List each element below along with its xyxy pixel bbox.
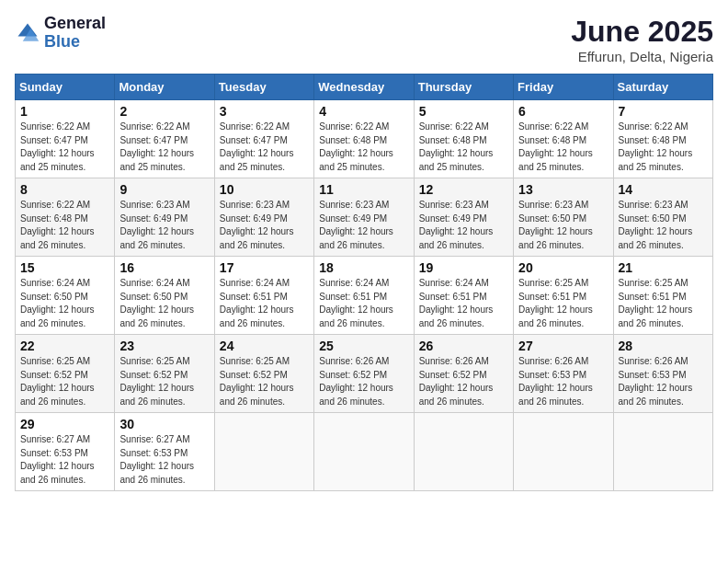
logo: General Blue xyxy=(15,15,106,52)
day-number: 23 xyxy=(119,339,209,353)
day-info: Sunrise: 6:24 AMSunset: 6:51 PMDaylight:… xyxy=(419,277,508,330)
calendar-header-saturday: Saturday xyxy=(613,75,712,100)
day-info: Sunrise: 6:25 AMSunset: 6:51 PMDaylight:… xyxy=(518,277,608,330)
calendar: SundayMondayTuesdayWednesdayThursdayFrid… xyxy=(15,74,713,491)
calendar-header-sunday: Sunday xyxy=(16,75,115,100)
day-info: Sunrise: 6:22 AMSunset: 6:47 PMDaylight:… xyxy=(220,121,309,174)
day-info: Sunrise: 6:26 AMSunset: 6:53 PMDaylight:… xyxy=(619,355,708,408)
calendar-cell: 29Sunrise: 6:27 AMSunset: 6:53 PMDayligh… xyxy=(16,413,115,491)
day-info: Sunrise: 6:25 AMSunset: 6:52 PMDaylight:… xyxy=(20,355,109,408)
day-number: 16 xyxy=(119,260,209,275)
day-info: Sunrise: 6:27 AMSunset: 6:53 PMDaylight:… xyxy=(119,433,209,487)
day-number: 15 xyxy=(20,260,109,275)
calendar-cell: 20Sunrise: 6:25 AMSunset: 6:51 PMDayligh… xyxy=(514,257,613,335)
calendar-week-row: 29Sunrise: 6:27 AMSunset: 6:53 PMDayligh… xyxy=(16,413,713,491)
day-info: Sunrise: 6:24 AMSunset: 6:51 PMDaylight:… xyxy=(319,277,408,330)
calendar-cell: 23Sunrise: 6:25 AMSunset: 6:52 PMDayligh… xyxy=(115,335,214,413)
calendar-cell: 14Sunrise: 6:23 AMSunset: 6:50 PMDayligh… xyxy=(613,178,712,257)
calendar-cell xyxy=(314,413,414,491)
calendar-cell xyxy=(414,413,513,491)
calendar-cell xyxy=(214,413,313,491)
day-number: 18 xyxy=(319,260,408,275)
calendar-cell: 10Sunrise: 6:23 AMSunset: 6:49 PMDayligh… xyxy=(214,178,313,257)
day-number: 29 xyxy=(20,417,109,431)
calendar-week-row: 15Sunrise: 6:24 AMSunset: 6:50 PMDayligh… xyxy=(16,257,713,335)
day-info: Sunrise: 6:27 AMSunset: 6:53 PMDaylight:… xyxy=(20,433,109,487)
calendar-cell: 2Sunrise: 6:22 AMSunset: 6:47 PMDaylight… xyxy=(115,100,214,178)
calendar-cell: 11Sunrise: 6:23 AMSunset: 6:49 PMDayligh… xyxy=(314,178,414,257)
day-number: 9 xyxy=(119,182,209,197)
day-info: Sunrise: 6:22 AMSunset: 6:48 PMDaylight:… xyxy=(20,199,109,252)
calendar-cell: 22Sunrise: 6:25 AMSunset: 6:52 PMDayligh… xyxy=(16,335,115,413)
calendar-cell: 19Sunrise: 6:24 AMSunset: 6:51 PMDayligh… xyxy=(414,257,513,335)
calendar-cell: 3Sunrise: 6:22 AMSunset: 6:47 PMDaylight… xyxy=(214,100,313,178)
day-info: Sunrise: 6:24 AMSunset: 6:51 PMDaylight:… xyxy=(220,277,309,330)
day-info: Sunrise: 6:22 AMSunset: 6:48 PMDaylight:… xyxy=(419,121,508,174)
calendar-header-monday: Monday xyxy=(115,75,214,100)
calendar-header-wednesday: Wednesday xyxy=(314,75,414,100)
calendar-week-row: 1Sunrise: 6:22 AMSunset: 6:47 PMDaylight… xyxy=(16,100,713,178)
day-number: 27 xyxy=(518,339,608,353)
day-info: Sunrise: 6:26 AMSunset: 6:52 PMDaylight:… xyxy=(319,355,408,408)
calendar-cell: 17Sunrise: 6:24 AMSunset: 6:51 PMDayligh… xyxy=(214,257,313,335)
calendar-cell: 7Sunrise: 6:22 AMSunset: 6:48 PMDaylight… xyxy=(613,100,712,178)
day-info: Sunrise: 6:25 AMSunset: 6:52 PMDaylight:… xyxy=(119,355,209,408)
day-number: 12 xyxy=(419,182,508,197)
calendar-header-friday: Friday xyxy=(514,75,613,100)
day-info: Sunrise: 6:24 AMSunset: 6:50 PMDaylight:… xyxy=(20,277,109,330)
day-info: Sunrise: 6:23 AMSunset: 6:49 PMDaylight:… xyxy=(419,199,508,252)
day-number: 28 xyxy=(619,339,708,353)
logo-blue-text: Blue xyxy=(44,33,106,52)
calendar-cell: 24Sunrise: 6:25 AMSunset: 6:52 PMDayligh… xyxy=(214,335,313,413)
day-number: 20 xyxy=(518,260,608,275)
calendar-cell: 27Sunrise: 6:26 AMSunset: 6:53 PMDayligh… xyxy=(514,335,613,413)
day-number: 7 xyxy=(619,104,708,119)
day-info: Sunrise: 6:23 AMSunset: 6:49 PMDaylight:… xyxy=(220,199,309,252)
title-area: June 2025 Effurun, Delta, Nigeria xyxy=(571,15,713,64)
day-info: Sunrise: 6:24 AMSunset: 6:50 PMDaylight:… xyxy=(119,277,209,330)
day-number: 13 xyxy=(518,182,608,197)
calendar-cell: 30Sunrise: 6:27 AMSunset: 6:53 PMDayligh… xyxy=(115,413,214,491)
day-info: Sunrise: 6:23 AMSunset: 6:49 PMDaylight:… xyxy=(319,199,408,252)
logo-general-text: General xyxy=(44,15,106,33)
day-info: Sunrise: 6:22 AMSunset: 6:48 PMDaylight:… xyxy=(518,121,608,174)
calendar-cell: 26Sunrise: 6:26 AMSunset: 6:52 PMDayligh… xyxy=(414,335,513,413)
calendar-week-row: 22Sunrise: 6:25 AMSunset: 6:52 PMDayligh… xyxy=(16,335,713,413)
location-title: Effurun, Delta, Nigeria xyxy=(571,49,713,64)
calendar-cell: 9Sunrise: 6:23 AMSunset: 6:49 PMDaylight… xyxy=(115,178,214,257)
calendar-cell: 15Sunrise: 6:24 AMSunset: 6:50 PMDayligh… xyxy=(16,257,115,335)
calendar-cell: 28Sunrise: 6:26 AMSunset: 6:53 PMDayligh… xyxy=(613,335,712,413)
calendar-cell: 8Sunrise: 6:22 AMSunset: 6:48 PMDaylight… xyxy=(16,178,115,257)
calendar-header-thursday: Thursday xyxy=(414,75,513,100)
day-number: 1 xyxy=(20,104,109,119)
calendar-header-row: SundayMondayTuesdayWednesdayThursdayFrid… xyxy=(16,75,713,100)
header: General Blue June 2025 Effurun, Delta, N… xyxy=(15,15,713,64)
calendar-cell: 18Sunrise: 6:24 AMSunset: 6:51 PMDayligh… xyxy=(314,257,414,335)
day-number: 30 xyxy=(119,417,209,431)
day-number: 10 xyxy=(220,182,309,197)
calendar-header-tuesday: Tuesday xyxy=(214,75,313,100)
day-info: Sunrise: 6:25 AMSunset: 6:52 PMDaylight:… xyxy=(220,355,309,408)
calendar-cell: 4Sunrise: 6:22 AMSunset: 6:48 PMDaylight… xyxy=(314,100,414,178)
calendar-cell: 12Sunrise: 6:23 AMSunset: 6:49 PMDayligh… xyxy=(414,178,513,257)
day-number: 22 xyxy=(20,339,109,353)
calendar-cell: 6Sunrise: 6:22 AMSunset: 6:48 PMDaylight… xyxy=(514,100,613,178)
day-number: 11 xyxy=(319,182,408,197)
day-info: Sunrise: 6:23 AMSunset: 6:50 PMDaylight:… xyxy=(518,199,608,252)
day-info: Sunrise: 6:22 AMSunset: 6:48 PMDaylight:… xyxy=(319,121,408,174)
logo-text: General Blue xyxy=(44,15,106,52)
day-info: Sunrise: 6:26 AMSunset: 6:53 PMDaylight:… xyxy=(518,355,608,408)
calendar-cell xyxy=(514,413,613,491)
day-number: 19 xyxy=(419,260,508,275)
day-info: Sunrise: 6:22 AMSunset: 6:48 PMDaylight:… xyxy=(619,121,708,174)
day-info: Sunrise: 6:23 AMSunset: 6:50 PMDaylight:… xyxy=(619,199,708,252)
calendar-cell: 25Sunrise: 6:26 AMSunset: 6:52 PMDayligh… xyxy=(314,335,414,413)
day-info: Sunrise: 6:22 AMSunset: 6:47 PMDaylight:… xyxy=(119,121,209,174)
day-info: Sunrise: 6:23 AMSunset: 6:49 PMDaylight:… xyxy=(119,199,209,252)
day-number: 25 xyxy=(319,339,408,353)
logo-icon xyxy=(15,20,40,46)
day-number: 17 xyxy=(220,260,309,275)
day-number: 8 xyxy=(20,182,109,197)
month-title: June 2025 xyxy=(571,15,713,49)
day-number: 26 xyxy=(419,339,508,353)
